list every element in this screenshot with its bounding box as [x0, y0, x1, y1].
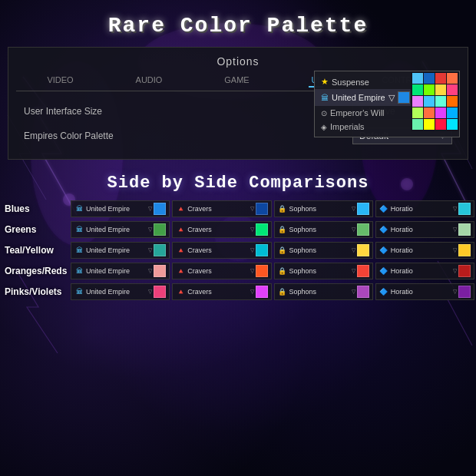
color-swatch[interactable]: [154, 223, 166, 236]
faction-horatio-blues[interactable]: 🔷 Horatio ▽: [375, 200, 474, 217]
color-swatch[interactable]: [458, 223, 471, 236]
color-cell[interactable]: [435, 107, 446, 118]
color-swatch[interactable]: [154, 244, 166, 256]
chevron-icon: ▽: [453, 268, 457, 274]
color-swatch[interactable]: [357, 203, 369, 215]
empire-icon-blues: 🏛: [74, 204, 84, 213]
color-swatch[interactable]: [256, 223, 268, 236]
color-swatch[interactable]: [458, 265, 471, 277]
cravers-icon-oranges: 🔺: [176, 266, 185, 276]
color-swatch[interactable]: [458, 203, 471, 215]
faction-name: United Empire: [86, 205, 147, 213]
color-cell[interactable]: [424, 73, 435, 84]
faction-name: Sophons: [289, 246, 350, 254]
faction-sophons-pinks[interactable]: 🔒 Sophons ▽: [274, 283, 373, 300]
chevron-icon: ▽: [250, 206, 254, 212]
color-cell[interactable]: [435, 73, 446, 84]
faction-cravers-pinks[interactable]: 🔺 Cravers ▽: [172, 283, 271, 300]
oranges-factions: 🏛 United Empire ▽ 🔺 Cravers ▽ 🔒 Sophons …: [71, 263, 474, 279]
horatio-icon-greens: 🔷: [379, 225, 388, 234]
chevron-icon: ▽: [250, 268, 254, 274]
faction-horatio-teal[interactable]: 🔷 Horatio ▽: [375, 242, 474, 259]
faction-united-empire-teal[interactable]: 🏛 United Empire ▽: [71, 242, 170, 259]
faction-horatio-oranges[interactable]: 🔷 Horatio ▽: [375, 263, 474, 279]
ui-size-label: User Interface Size: [24, 106, 352, 117]
faction-name: Cravers: [187, 267, 248, 275]
color-swatch[interactable]: [357, 265, 369, 277]
color-cell[interactable]: [447, 73, 458, 84]
color-cell[interactable]: [412, 96, 423, 107]
faction-name: Sophons: [289, 267, 350, 275]
color-swatch[interactable]: [256, 286, 268, 298]
chevron-icon: ▽: [250, 289, 254, 295]
color-grid: [411, 71, 459, 131]
faction-cravers-greens[interactable]: 🔺 Cravers ▽: [172, 221, 271, 238]
color-swatch[interactable]: [154, 286, 166, 298]
faction-name: Cravers: [187, 205, 248, 213]
color-cell[interactable]: [424, 107, 435, 118]
color-cell[interactable]: [435, 84, 446, 95]
color-cell[interactable]: [412, 84, 423, 95]
color-swatch[interactable]: [154, 265, 166, 277]
faction-sophons-blues[interactable]: 🔒 Sophons ▽: [274, 200, 373, 217]
imperials-icon: ◈: [321, 123, 327, 131]
color-swatch[interactable]: [256, 244, 268, 256]
chevron-icon: ▽: [148, 247, 152, 253]
faction-cravers-oranges[interactable]: 🔺 Cravers ▽: [172, 263, 271, 279]
options-title: Options: [8, 55, 468, 68]
faction-united-empire-pinks[interactable]: 🏛 United Empire ▽: [71, 283, 170, 300]
faction-name: Horatio: [391, 246, 451, 254]
oranges-label: Oranges/Reds: [2, 266, 71, 276]
tab-video[interactable]: VIDEO: [44, 74, 76, 88]
chevron-icon: ▽: [148, 289, 152, 295]
faction-name: United Empire: [86, 267, 147, 275]
color-swatch[interactable]: [357, 286, 369, 298]
chevron-icon: ▽: [453, 289, 457, 295]
color-swatch[interactable]: [154, 203, 166, 215]
greens-label: Greens: [2, 224, 71, 235]
color-cell[interactable]: [412, 107, 423, 118]
color-swatch[interactable]: [458, 286, 471, 298]
faction-cravers-blues[interactable]: 🔺 Cravers ▽: [172, 200, 271, 217]
color-swatch[interactable]: [256, 203, 268, 215]
color-cell[interactable]: [447, 84, 458, 95]
color-swatch[interactable]: [357, 244, 369, 256]
cravers-icon-teal: 🔺: [176, 246, 185, 255]
empire-icon-teal: 🏛: [74, 246, 84, 255]
color-cell[interactable]: [424, 119, 435, 130]
faction-horatio-greens[interactable]: 🔷 Horatio ▽: [375, 221, 474, 238]
color-cell[interactable]: [412, 119, 423, 130]
color-cell[interactable]: [435, 96, 446, 107]
teal-factions: 🏛 United Empire ▽ 🔺 Cravers ▽ 🔒 Sophons …: [71, 242, 474, 259]
chevron-icon: ▽: [352, 247, 355, 253]
faction-horatio-pinks[interactable]: 🔷 Horatio ▽: [375, 283, 474, 300]
popup-item-label-1: Emperor's Will: [330, 108, 385, 117]
tab-audio[interactable]: AUDIO: [133, 74, 166, 88]
color-swatch[interactable]: [458, 244, 471, 256]
selected-color-swatch: [398, 91, 410, 104]
color-cell[interactable]: [424, 84, 435, 95]
color-swatch[interactable]: [357, 223, 369, 236]
color-cell[interactable]: [447, 96, 458, 107]
color-cell[interactable]: [424, 96, 435, 107]
section-title: Side by Side Comparisons: [0, 160, 476, 200]
color-swatch[interactable]: [256, 265, 268, 277]
chevron-icon: ▽: [148, 268, 152, 274]
cravers-icon-pinks: 🔺: [176, 287, 185, 296]
faction-united-empire-oranges[interactable]: 🏛 United Empire ▽: [71, 263, 170, 279]
faction-sophons-greens[interactable]: 🔒 Sophons ▽: [274, 221, 373, 238]
horatio-icon-teal: 🔷: [379, 246, 388, 255]
tab-game[interactable]: GAME: [221, 74, 252, 88]
faction-sophons-oranges[interactable]: 🔒 Sophons ▽: [274, 263, 373, 279]
color-cell[interactable]: [435, 119, 446, 130]
color-cell[interactable]: [447, 119, 458, 130]
color-cell[interactable]: [447, 107, 458, 118]
color-cell[interactable]: [412, 73, 423, 84]
faction-sophons-teal[interactable]: 🔒 Sophons ▽: [274, 242, 373, 259]
popup-category: Suspense: [332, 78, 369, 87]
faction-united-empire-greens[interactable]: 🏛 United Empire ▽: [71, 221, 170, 238]
empire-icon-pinks: 🏛: [74, 287, 84, 296]
faction-cravers-teal[interactable]: 🔺 Cravers ▽: [172, 242, 271, 259]
faction-united-empire-blues[interactable]: 🏛 United Empire ▽: [71, 200, 170, 217]
empire-icon-oranges: 🏛: [74, 266, 84, 276]
